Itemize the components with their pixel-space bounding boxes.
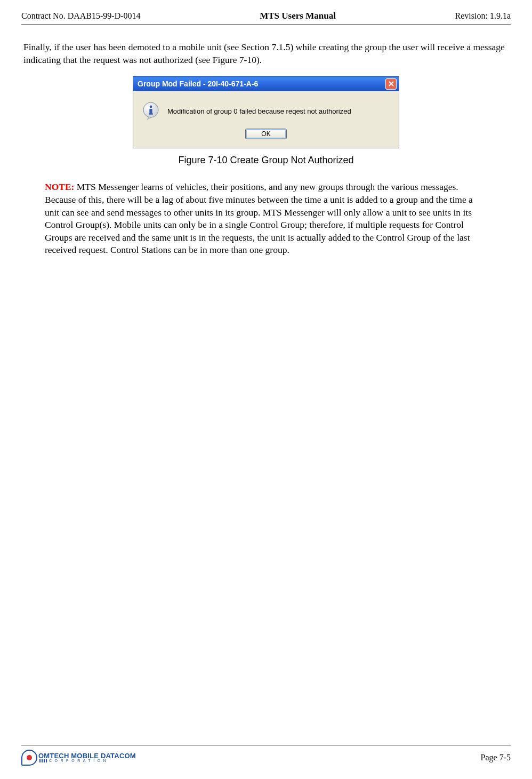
- svg-rect-5: [149, 114, 153, 115]
- dialog-window: Group Mod Failed - 20I-40-671-A-6: [133, 76, 399, 148]
- figure-caption: Figure 7-10 Create Group Not Authorized: [23, 155, 509, 166]
- logo-corporation-line: CORPORATION: [38, 759, 136, 763]
- close-icon[interactable]: [385, 78, 397, 90]
- info-icon: [142, 102, 160, 120]
- paragraph-intro: Finally, if the user has been demoted to…: [23, 41, 509, 66]
- company-logo: OMTECH MOBILE DATACOM CORPORATION: [21, 750, 136, 766]
- note-body: MTS Messenger learns of vehicles, their …: [45, 181, 473, 255]
- page-number: Page 7-5: [481, 753, 511, 762]
- note-label: NOTE:: [45, 181, 74, 192]
- header-divider: [21, 25, 511, 25]
- logo-emblem-icon: [21, 750, 37, 766]
- header-title: MTS Users Manual: [260, 11, 336, 21]
- footer-divider: [21, 745, 511, 745]
- page-header: Contract No. DAAB15-99-D-0014 MTS Users …: [21, 11, 511, 25]
- dialog-message: Modification of group 0 failed because r…: [167, 107, 351, 115]
- dialog-title: Group Mod Failed - 20I-40-671-A-6: [138, 80, 258, 88]
- page-body: Finally, if the user has been demoted to…: [21, 41, 511, 257]
- svg-point-3: [150, 106, 152, 108]
- dialog-button-row: OK: [133, 125, 399, 148]
- page-footer: OMTECH MOBILE DATACOM CORPORATION Page 7…: [21, 745, 511, 766]
- note-paragraph: NOTE: MTS Messenger learns of vehicles, …: [23, 181, 509, 257]
- header-contract: Contract No. DAAB15-99-D-0014: [21, 11, 141, 21]
- dialog-body: Modification of group 0 failed because r…: [133, 91, 399, 125]
- dialog-titlebar: Group Mod Failed - 20I-40-671-A-6: [133, 76, 399, 91]
- ok-button[interactable]: OK: [245, 129, 287, 139]
- header-revision: Revision: 1.9.1a: [455, 11, 511, 21]
